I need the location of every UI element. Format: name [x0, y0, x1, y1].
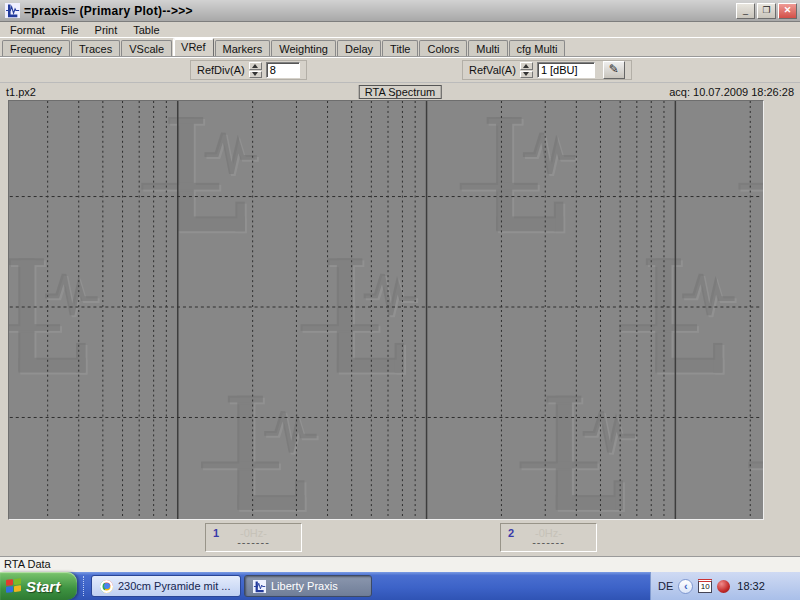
plot-mode-button[interactable]: RTA Spectrum [359, 85, 442, 99]
menu-item-table[interactable]: Table [125, 23, 167, 37]
refval-label: RefVal(A) [469, 64, 516, 76]
plot-header: t1.px2 RTA Spectrum acq: 10.07.2009 18:2… [0, 82, 800, 100]
menu-item-print[interactable]: Print [87, 23, 126, 37]
cursor-readout-1[interactable]: 1 -0Hz- ------- [205, 523, 302, 552]
tab-delay[interactable]: Delay [337, 40, 381, 56]
start-button[interactable]: Start [0, 572, 77, 600]
taskbar-grip [83, 576, 87, 596]
spin-up-icon[interactable] [520, 62, 533, 70]
task-button-liberty-praxis[interactable]: Liberty Praxis [244, 575, 372, 597]
tab-colors[interactable]: Colors [419, 40, 467, 56]
calendar-tray-icon[interactable]: 10 [698, 579, 712, 593]
toolbar: RefDiv(A) 8 RefVal(A) 1 [dBU] ✎ [0, 56, 800, 82]
close-button[interactable]: ✕ [778, 3, 797, 19]
titlebar: =praxis= (Primary Plot)-->>> _ ❐ ✕ [0, 0, 800, 22]
tab-multi[interactable]: Multi [468, 40, 507, 56]
tab-vref[interactable]: VRef [173, 38, 213, 56]
spin-up-icon[interactable] [249, 62, 262, 70]
tab-markers[interactable]: Markers [215, 40, 271, 56]
refdiv-group: RefDiv(A) 8 [190, 60, 307, 80]
window-title: =praxis= (Primary Plot)-->>> [24, 4, 193, 18]
windows-flag-icon [6, 578, 22, 594]
tab-frequency[interactable]: Frequency [2, 40, 70, 56]
acquisition-timestamp: acq: 10.07.2009 18:26:28 [669, 86, 794, 98]
start-label: Start [26, 578, 60, 595]
cursor-readout-2[interactable]: 2 -0Hz- ------- [500, 523, 597, 552]
rta-spectrum-plot[interactable] [8, 100, 764, 520]
liberty-logo-icon [5, 3, 20, 18]
tab-vscale[interactable]: VScale [121, 40, 172, 56]
tab-weighting[interactable]: Weighting [271, 40, 336, 56]
refdiv-label: RefDiv(A) [197, 64, 245, 76]
tab-cfg-multi[interactable]: cfg Multi [509, 40, 566, 56]
refval-spinner[interactable] [520, 62, 533, 78]
task-button-browser[interactable]: 230cm Pyramide mit ... [91, 575, 241, 597]
chrome-icon [100, 580, 113, 593]
refdiv-input[interactable]: 8 [266, 62, 300, 78]
minimize-button[interactable]: _ [736, 3, 755, 19]
spin-down-icon[interactable] [249, 71, 262, 79]
task-button-label: Liberty Praxis [271, 580, 338, 592]
taskbar: Start 230cm Pyramide mit ... Liberty Pra… [0, 572, 800, 600]
spin-down-icon[interactable] [520, 71, 533, 79]
taskbar-clock: 18:32 [737, 580, 765, 592]
tab-traces[interactable]: Traces [71, 40, 120, 56]
refval-input[interactable]: 1 [dBU] [537, 62, 595, 78]
menubar: FormatFilePrintTable [0, 22, 800, 38]
language-indicator[interactable]: DE [658, 580, 673, 592]
statusbar: RTA Data [0, 556, 800, 572]
cursor-value: ------- [206, 536, 301, 548]
liberty-praxis-window: { "window": { "title": "=praxis= (Primar… [0, 0, 800, 600]
edit-pencil-icon[interactable]: ✎ [603, 61, 625, 79]
red-tray-icon[interactable] [717, 580, 730, 593]
refdiv-spinner[interactable] [249, 62, 262, 78]
trace-file-label: t1.px2 [6, 86, 36, 98]
tab-title[interactable]: Title [382, 40, 418, 56]
liberty-logo-icon [253, 580, 266, 593]
plot-region: 1 -0Hz- ------- 2 -0Hz- ------- [0, 100, 800, 556]
tabbar: FrequencyTracesVScaleVRefMarkersWeightin… [0, 38, 800, 56]
task-button-label: 230cm Pyramide mit ... [118, 580, 230, 592]
system-tray: DE ‹ 10 18:32 [650, 572, 800, 600]
cursor-value: ------- [501, 536, 596, 548]
hide-icons-chevron-icon[interactable]: ‹ [678, 579, 693, 594]
menu-item-format[interactable]: Format [2, 23, 53, 37]
menu-item-file[interactable]: File [53, 23, 87, 37]
restore-button[interactable]: ❐ [757, 3, 776, 19]
refval-group: RefVal(A) 1 [dBU] ✎ [462, 60, 632, 80]
